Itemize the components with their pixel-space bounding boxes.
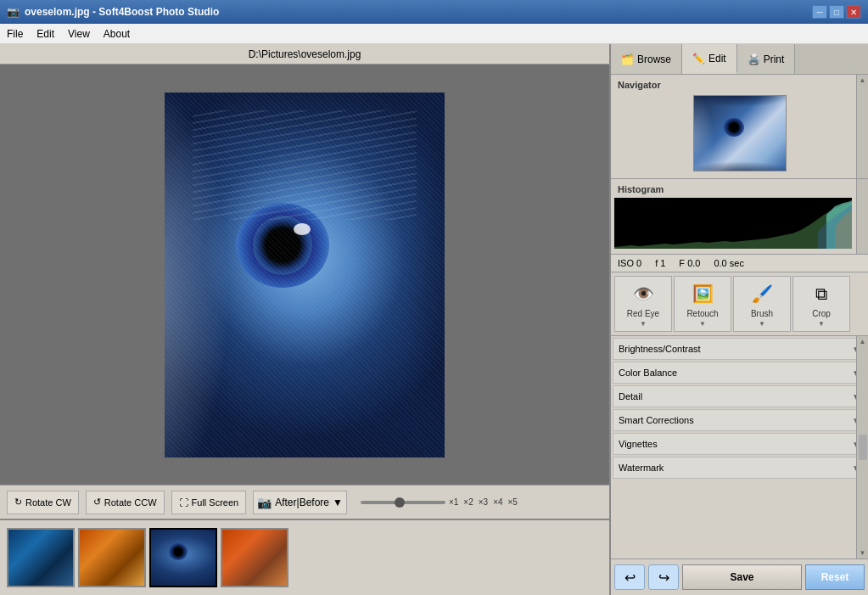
close-button[interactable]: ✕ (846, 5, 861, 19)
right-panel: 🗂️ Browse ✏️ Edit 🖨️ Print Navigator ▲ (609, 44, 868, 595)
browse-icon: 🗂️ (621, 53, 634, 65)
red-eye-dropdown-arrow: ▼ (640, 320, 647, 328)
thumbnail-1[interactable] (7, 528, 75, 587)
histogram-scroll[interactable] (856, 179, 868, 254)
nav-feather (694, 96, 786, 171)
main-layout: D:\Pictures\oveselom.jpg (0, 44, 868, 595)
redo-button[interactable]: ↪ (648, 564, 679, 590)
rotate-ccw-label: Rotate CCW (104, 497, 157, 508)
tool-red-eye[interactable]: 👁️ Red Eye ▼ (614, 276, 672, 332)
thumbnail-strip (0, 519, 609, 595)
maximize-button[interactable]: □ (829, 5, 844, 19)
toolbar-bottom: ↻ Rotate CW ↺ Rotate CCW ⛶ Full Screen 📷… (0, 485, 609, 519)
adj-brightness-label: Brightness/Contrast (619, 344, 701, 354)
fullscreen-icon: ⛶ (179, 497, 188, 508)
exif-row: ISO 0 f 1 F 0.0 0.0 sec (611, 255, 868, 272)
save-button[interactable]: Save (682, 564, 802, 590)
menu-edit[interactable]: Edit (36, 28, 54, 40)
retouch-dropdown-arrow: ▼ (699, 320, 706, 328)
navigator-label: Navigator (614, 78, 865, 92)
adjustments-scrollbar[interactable]: ▲ ▼ (856, 336, 868, 559)
dropdown-arrow-icon: ▼ (333, 497, 343, 508)
zoom-x1[interactable]: ×1 (449, 497, 458, 507)
adj-scroll-up[interactable]: ▲ (860, 338, 866, 345)
tab-edit[interactable]: ✏️ Edit (682, 44, 737, 74)
adj-scroll-thumb[interactable] (859, 435, 867, 460)
navigator-scroll[interactable]: ▲ (856, 75, 868, 178)
title-bar-left: 📷 oveselom.jpg - Soft4Boost Photo Studio (7, 6, 219, 18)
fullscreen-button[interactable]: ⛶ Full Screen (171, 491, 247, 514)
adjustment-brightness-contrast[interactable]: Brightness/Contrast ▼ (613, 338, 866, 360)
zoom-thumb[interactable] (395, 497, 405, 508)
zoom-x2[interactable]: ×2 (463, 497, 473, 507)
zoom-x3[interactable]: ×3 (479, 497, 488, 507)
zoom-labels: ×1 ×2 ×3 ×4 ×5 (449, 497, 518, 507)
tab-browse[interactable]: 🗂️ Browse (611, 44, 682, 74)
menu-about[interactable]: About (104, 28, 130, 40)
feather-streaks (193, 110, 417, 220)
print-icon: 🖨️ (748, 53, 760, 65)
center-area: D:\Pictures\oveselom.jpg (0, 44, 609, 595)
rotate-cw-label: Rotate CW (25, 497, 71, 508)
adj-scroll-down[interactable]: ▼ (860, 549, 866, 557)
reset-button[interactable]: Reset (805, 564, 865, 590)
adj-watermark-label: Watermark (619, 463, 664, 473)
tool-crop[interactable]: ⧉ Crop ▼ (792, 276, 850, 332)
exif-focal: F 0.0 (679, 258, 700, 268)
crop-icon: ⧉ (804, 280, 838, 307)
adjustment-vignettes[interactable]: Vignettes ▼ (613, 433, 866, 455)
rotate-cw-icon: ↻ (14, 497, 22, 508)
title-bar: 📷 oveselom.jpg - Soft4Boost Photo Studio… (0, 0, 868, 24)
brush-dropdown-arrow: ▼ (759, 320, 765, 328)
histogram-section: Histogram (611, 179, 868, 255)
thumbnail-3[interactable] (149, 528, 217, 587)
menu-file[interactable]: File (7, 28, 23, 40)
thumbnail-4[interactable] (221, 528, 288, 587)
histogram-canvas (614, 198, 852, 249)
tool-brush[interactable]: 🖌️ Brush ▼ (733, 276, 791, 332)
adjustment-detail[interactable]: Detail ▼ (613, 385, 866, 407)
histogram-svg (614, 198, 852, 249)
minimize-button[interactable]: ─ (812, 5, 827, 19)
retouch-icon: 🖼️ (686, 280, 720, 307)
window-title: oveselom.jpg - Soft4Boost Photo Studio (25, 6, 219, 18)
navigator-thumbnail (693, 95, 787, 171)
zoom-slider[interactable] (361, 501, 445, 504)
tool-retouch[interactable]: 🖼️ Retouch ▼ (674, 276, 731, 332)
adjustment-color-balance[interactable]: Color Balance ▼ (613, 362, 866, 384)
tool-red-eye-label: Red Eye (627, 309, 659, 318)
tab-browse-label: Browse (637, 53, 671, 65)
adj-color-balance-label: Color Balance (619, 368, 677, 378)
tab-print-label: Print (764, 53, 785, 65)
camera-icon: 📷 (257, 496, 272, 509)
navigator-section: Navigator ▲ (611, 75, 868, 179)
menu-bar: File Edit View About (0, 24, 868, 44)
adjustment-smart-corrections[interactable]: Smart Corrections ▼ (613, 409, 866, 431)
exif-shutter: 0.0 sec (714, 258, 743, 268)
zoom-bar: ×1 ×2 ×3 ×4 ×5 (361, 497, 518, 507)
file-path: D:\Pictures\oveselom.jpg (249, 48, 361, 60)
adj-smart-label: Smart Corrections (619, 415, 694, 425)
after-before-dropdown[interactable]: 📷 After|Before ▼ (253, 491, 347, 514)
tab-edit-label: Edit (708, 53, 726, 65)
menu-view[interactable]: View (68, 28, 90, 40)
exif-iso: ISO 0 (618, 258, 641, 268)
thumbnail-2[interactable] (78, 528, 146, 587)
scroll-up-arrow[interactable]: ▲ (857, 75, 868, 84)
adjustments-list: Brightness/Contrast ▼ Color Balance ▼ De… (611, 336, 868, 559)
rotate-cw-button[interactable]: ↻ Rotate CW (7, 491, 79, 514)
zoom-x4[interactable]: ×4 (493, 497, 502, 507)
tab-print[interactable]: 🖨️ Print (737, 44, 796, 74)
undo-button[interactable]: ↩ (614, 564, 645, 590)
adjustment-watermark[interactable]: Watermark ▼ (613, 457, 866, 479)
zoom-x5[interactable]: ×5 (508, 497, 518, 507)
adj-vignettes-label: Vignettes (619, 439, 658, 449)
title-bar-controls: ─ □ ✕ (812, 5, 861, 19)
crop-dropdown-arrow: ▼ (818, 320, 825, 328)
rotate-ccw-button[interactable]: ↺ Rotate CCW (86, 491, 165, 514)
adj-detail-label: Detail (619, 391, 642, 401)
exif-aperture: f 1 (655, 258, 665, 268)
red-eye-icon: 👁️ (626, 280, 660, 307)
canvas-area (0, 65, 609, 485)
fullscreen-label: Full Screen (192, 497, 239, 508)
